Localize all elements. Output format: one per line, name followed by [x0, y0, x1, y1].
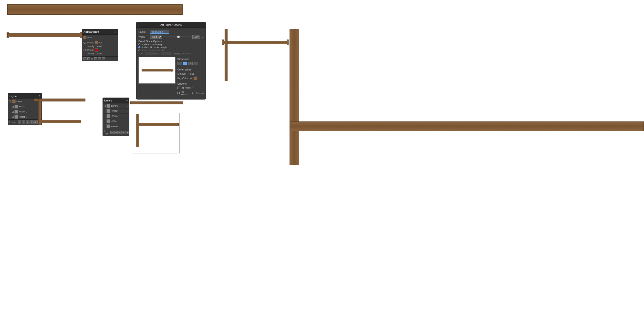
footer-icon-1[interactable]	[84, 57, 86, 60]
radio-stretch-guides[interactable]: Stretch Between Guides	[138, 49, 204, 51]
stroke-row-1[interactable]: Stroke: 4 pt	[82, 41, 118, 45]
right-item-0-thumb	[106, 109, 110, 113]
flip-along-label: Flip Along	[181, 87, 191, 89]
width-slider[interactable]	[163, 36, 191, 37]
preview-direction-area: Direction: ← → ↑ ↓ Colorization Method: …	[138, 57, 204, 96]
layer-item-2-thumb	[14, 115, 18, 119]
right-item-2[interactable]: <Pth> ○	[103, 119, 129, 124]
colorization-title: Colorization	[178, 68, 204, 71]
flip-across-checkbox[interactable]	[178, 92, 180, 94]
layers-panel-left-menu[interactable]: ≡	[38, 94, 40, 98]
pipette-icon[interactable]: ✏	[190, 77, 192, 80]
right-item-1-lock[interactable]: ○	[127, 115, 128, 117]
right-item-1[interactable]: <Path> ○	[103, 114, 129, 119]
width-reset-icon[interactable]: ↺	[202, 36, 204, 38]
layers-panel-right-menu[interactable]: ≡	[126, 99, 128, 102]
right-item-0[interactable]: <Path> ○	[103, 108, 129, 114]
right-layer1-row[interactable]: ▾ Layer 1 ○	[103, 103, 129, 108]
layers-panel-left-title: Layers	[10, 95, 17, 98]
radio-scale-fit-label: Scale to Fit Stroke Length	[141, 46, 167, 48]
layer-item-2-label: <Rect...	[19, 116, 26, 118]
footer-icon-3[interactable]	[94, 57, 97, 60]
radio-scale-prop[interactable]: Scale Proportionately	[138, 43, 204, 46]
appearance-panel-footer: fx	[82, 56, 118, 61]
width-input[interactable]	[192, 35, 200, 39]
flip-along-row[interactable]: Flip Along ⇔	[178, 87, 204, 89]
right-footer-btn-4[interactable]: ⎘	[122, 131, 126, 134]
layer-item-2[interactable]: ▸ <Rect... ○	[8, 114, 42, 119]
eye-icon-2[interactable]	[84, 49, 86, 51]
footer-icon-2[interactable]	[88, 57, 90, 60]
method-row: Method: None	[178, 72, 204, 75]
dir-btn-right[interactable]: →	[183, 62, 187, 65]
right-footer-btn-3[interactable]: ≡	[118, 131, 122, 134]
layer-item-1-thumb	[14, 110, 18, 114]
right-item-3[interactable]: <Rect> ○	[103, 124, 129, 129]
right-item-1-label: <Path>	[111, 115, 118, 117]
layers-footer-btn-2[interactable]: ◎	[22, 120, 25, 124]
right-item-0-lock[interactable]: ○	[127, 110, 128, 112]
right-footer-btn-1[interactable]: +	[110, 131, 114, 134]
layer-item-0[interactable]: ▾ <Grou... ○	[8, 104, 42, 109]
right-footer-btn-2[interactable]: ◎	[114, 131, 118, 134]
right-layer1-expand[interactable]: ▾	[104, 105, 106, 107]
stroke-label-1: Stroke:	[87, 41, 94, 44]
right-layer1-lock[interactable]: ○	[127, 105, 128, 107]
width-row: Width: Fixed ↺	[138, 35, 204, 39]
hbar-mid-right	[130, 101, 183, 104]
dialog-body: Name: Width: Fixed ↺ Brush Scale Options…	[136, 28, 206, 99]
stroke-row-2[interactable]: Stroke:	[82, 48, 118, 52]
appearance-menu-icon[interactable]: ≡	[114, 30, 116, 33]
layer-item-2-expand[interactable]: ▸	[12, 116, 14, 118]
layers-footer-btn-5[interactable]: 🗑	[34, 120, 37, 124]
name-input[interactable]	[150, 30, 169, 34]
name-row: Name:	[138, 30, 204, 34]
layer-item-1[interactable]: ▸ <Com... ○	[8, 109, 42, 114]
start-label: Start:	[138, 52, 144, 55]
dir-btn-down[interactable]: ↓	[194, 62, 198, 65]
layers-footer-btn-4[interactable]: ⎘	[30, 120, 33, 124]
layers-panel-left-header: Layers ≡	[8, 93, 42, 99]
dir-btn-left[interactable]: ←	[178, 62, 182, 65]
stroke-swatch-2[interactable]	[95, 48, 98, 51]
brush-scale-title: Brush Scale Options	[138, 40, 204, 43]
layers-footer-btn-1[interactable]: +	[18, 120, 21, 124]
dialog-titlebar: Art Brush Options	[136, 22, 206, 28]
layer-item-0-thumb	[14, 105, 18, 108]
right-item-2-lock[interactable]: ○	[127, 120, 128, 122]
key-color-swatch[interactable]	[194, 77, 197, 80]
fx-icon[interactable]: fx	[91, 57, 93, 60]
footer-icon-5[interactable]	[102, 57, 105, 60]
right-item-1-thumb	[106, 114, 110, 118]
layers-footer-btn-3[interactable]: ≡	[26, 120, 29, 124]
eye-icon-1[interactable]	[84, 42, 86, 44]
radio-scale-fit-circle[interactable]	[138, 46, 140, 48]
radio-stretch-guides-circle[interactable]	[138, 49, 140, 51]
slider-thumb	[177, 36, 180, 38]
overlap-label: Overlap	[196, 92, 204, 94]
flip-across-row[interactable]: Flip Across ⇕ Overlap	[178, 91, 204, 96]
direction-label: Direction:	[178, 58, 204, 60]
stroke-swatch-1[interactable]	[95, 41, 98, 44]
radio-scale-prop-circle[interactable]	[138, 43, 140, 45]
right-item-3-label: <Rect>	[111, 125, 118, 128]
width-select[interactable]: Fixed	[150, 35, 162, 39]
flip-along-checkbox[interactable]	[178, 87, 180, 89]
right-options: Direction: ← → ↑ ↓ Colorization Method: …	[178, 57, 204, 96]
right-footer-btn-5[interactable]: 🗑	[126, 131, 130, 134]
layer-item-0-expand[interactable]: ▾	[12, 106, 14, 108]
right-item-3-lock[interactable]: ○	[127, 125, 128, 128]
appearance-panel-header: Appearance ≡	[82, 29, 118, 35]
right-layers-footer-text: 1 Layer	[104, 130, 109, 135]
opacity-row-1: Opacity: Default	[82, 45, 118, 48]
layers-panel-right-header: Layers ≡	[103, 98, 129, 103]
layer1-expand[interactable]: ▾	[9, 100, 11, 102]
radio-scale-fit[interactable]: Scale to Fit Stroke Length	[138, 46, 204, 48]
layers-panel-left-footer: 1 Layer + ◎ ≡ ⎘ 🗑 ✎	[8, 119, 42, 125]
dir-btn-up[interactable]: ↑	[188, 62, 192, 65]
footer-icon-4[interactable]	[98, 57, 101, 60]
hbar-mid-left	[34, 98, 86, 101]
method-value: None	[189, 73, 194, 75]
guides-row: Start: End: Length(0): 8.3194 in	[138, 52, 204, 55]
layer-item-1-expand[interactable]: ▸	[12, 111, 14, 113]
